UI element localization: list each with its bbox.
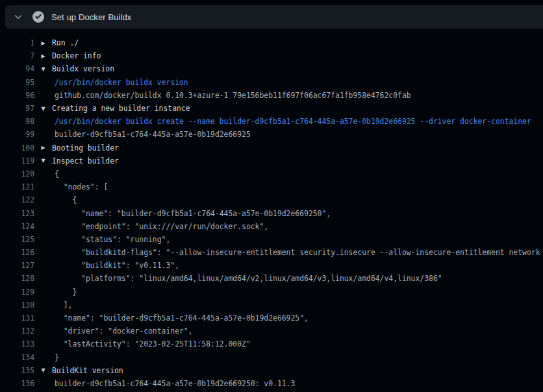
log-group-row[interactable]: 7▶Docker info xyxy=(0,49,543,62)
log-text: Docker info xyxy=(52,51,101,60)
log-line: 125 "status": "running", xyxy=(0,233,543,246)
log-text: Creating a new builder instance xyxy=(52,104,190,113)
log-text: /usr/bin/docker buildx version xyxy=(52,78,188,87)
log-text: } xyxy=(52,288,77,297)
line-number[interactable]: 120 xyxy=(0,169,34,178)
group-expanded-icon[interactable]: ▼ xyxy=(34,66,52,72)
chevron-down-icon[interactable] xyxy=(13,12,23,22)
line-number[interactable]: 126 xyxy=(0,248,34,257)
line-number[interactable]: 130 xyxy=(0,300,34,310)
log-text: "name": "builder-d9cfb5a1-c764-445a-a57e… xyxy=(52,209,331,218)
log-group-row[interactable]: 100▶Booting builder xyxy=(0,141,543,154)
log-line: 127 "buildkit": "v0.11.3", xyxy=(0,259,543,272)
log-text: "buildkitd-flags": "--allow-insecure-ent… xyxy=(52,248,540,257)
line-number[interactable]: 97 xyxy=(0,104,34,113)
log-viewer: 1▶Run ./7▶Docker info94▼Buildx version95… xyxy=(0,29,543,390)
log-text: "lastActivity": "2023-02-25T11:58:12.000… xyxy=(52,339,251,349)
line-number[interactable]: 131 xyxy=(0,313,34,323)
group-collapsed-icon[interactable]: ▶ xyxy=(34,53,52,59)
log-line: 121 "nodes": [ xyxy=(0,180,543,193)
log-text: builder-d9cfb5a1-c764-445a-a57e-0b19d2e6… xyxy=(52,130,251,139)
log-text: ], xyxy=(52,300,72,310)
log-line: 98/usr/bin/docker buildx create --name b… xyxy=(0,115,543,128)
line-number[interactable]: 94 xyxy=(0,64,34,73)
line-number[interactable]: 136 xyxy=(0,379,34,388)
log-text: "nodes": [ xyxy=(52,182,108,191)
log-text: "buildkit": "v0.11.3", xyxy=(52,261,179,270)
step-title: Set up Docker Buildx xyxy=(51,12,131,22)
status-check-icon xyxy=(32,11,44,23)
log-group-row[interactable]: 1▶Run ./ xyxy=(0,36,543,49)
log-text: github.com/docker/buildx 0.10.3+azure-1 … xyxy=(52,91,411,100)
log-text: "endpoint": "unix:///var/run/docker.sock… xyxy=(52,222,268,231)
line-number[interactable]: 132 xyxy=(0,326,34,336)
log-line: 99builder-d9cfb5a1-c764-445a-a57e-0b19d2… xyxy=(0,128,543,141)
line-number[interactable]: 1 xyxy=(0,38,34,47)
log-line: 96github.com/docker/buildx 0.10.3+azure-… xyxy=(0,89,543,102)
line-number[interactable]: 100 xyxy=(0,143,34,153)
log-text: Buildx version xyxy=(52,64,114,73)
log-line: 128 "platforms": "linux/amd64,linux/amd6… xyxy=(0,272,543,285)
log-text: Run ./ xyxy=(52,38,79,47)
line-number[interactable]: 124 xyxy=(0,222,34,231)
log-group-row[interactable]: 94▼Buildx version xyxy=(0,62,543,75)
log-text: "platforms": "linux/amd64,linux/amd64/v2… xyxy=(52,274,442,283)
log-text: "name": "builder-d9cfb5a1-c764-445a-a57e… xyxy=(52,313,309,323)
log-text: { xyxy=(52,169,59,178)
line-number[interactable]: 125 xyxy=(0,235,34,244)
log-line: 124 "endpoint": "unix:///var/run/docker.… xyxy=(0,220,543,233)
line-number[interactable]: 123 xyxy=(0,209,34,218)
log-line: 120{ xyxy=(0,167,543,180)
log-line: 131 "name": "builder-d9cfb5a1-c764-445a-… xyxy=(0,312,543,325)
log-text: "status": "running", xyxy=(52,235,170,244)
log-text: } xyxy=(52,353,59,362)
group-collapsed-icon[interactable]: ▶ xyxy=(34,40,52,46)
log-group-row[interactable]: 97▼Creating a new builder instance xyxy=(0,102,543,115)
log-line: 136builder-d9cfb5a1-c764-445a-a57e-0b19d… xyxy=(0,377,543,390)
log-line: 122 { xyxy=(0,193,543,206)
line-number[interactable]: 7 xyxy=(0,51,34,60)
log-line: 132 "driver": "docker-container", xyxy=(0,325,543,337)
line-number[interactable]: 127 xyxy=(0,261,34,270)
log-text: /usr/bin/docker buildx create --name bui… xyxy=(52,117,531,126)
step-header[interactable]: Set up Docker Buildx xyxy=(5,5,543,29)
line-number[interactable]: 134 xyxy=(0,353,34,362)
log-line: 123 "name": "builder-d9cfb5a1-c764-445a-… xyxy=(0,206,543,219)
line-number[interactable]: 121 xyxy=(0,182,34,191)
line-number[interactable]: 119 xyxy=(0,156,34,165)
log-text: { xyxy=(52,195,77,204)
log-line: 133 "lastActivity": "2023-02-25T11:58:12… xyxy=(0,337,543,350)
line-number[interactable]: 133 xyxy=(0,339,34,349)
log-line: 126 "buildkitd-flags": "--allow-insecure… xyxy=(0,246,543,259)
group-expanded-icon[interactable]: ▼ xyxy=(34,106,52,112)
log-line: 129 } xyxy=(0,286,543,299)
line-number[interactable]: 96 xyxy=(0,91,34,100)
log-text: Booting builder xyxy=(52,143,119,153)
log-text: "driver": "docker-container", xyxy=(52,326,193,336)
log-text: Inspect builder xyxy=(52,156,119,165)
line-number[interactable]: 129 xyxy=(0,288,34,297)
log-text: BuildKit version xyxy=(52,366,123,375)
group-expanded-icon[interactable]: ▼ xyxy=(34,158,52,164)
line-number[interactable]: 128 xyxy=(0,274,34,283)
line-number[interactable]: 98 xyxy=(0,117,34,126)
line-number[interactable]: 135 xyxy=(0,366,34,375)
group-collapsed-icon[interactable]: ▶ xyxy=(34,145,52,151)
group-expanded-icon[interactable]: ▼ xyxy=(34,367,52,373)
line-number[interactable]: 99 xyxy=(0,130,34,139)
line-number[interactable]: 122 xyxy=(0,195,34,204)
log-line: 134} xyxy=(0,351,543,364)
line-number[interactable]: 95 xyxy=(0,78,34,87)
log-line: 130 ], xyxy=(0,299,543,312)
log-text: builder-d9cfb5a1-c764-445a-a57e-0b19d2e6… xyxy=(52,379,295,388)
log-group-row[interactable]: 119▼Inspect builder xyxy=(0,154,543,167)
log-line: 95/usr/bin/docker buildx version xyxy=(0,76,543,89)
log-group-row[interactable]: 135▼BuildKit version xyxy=(0,364,543,377)
